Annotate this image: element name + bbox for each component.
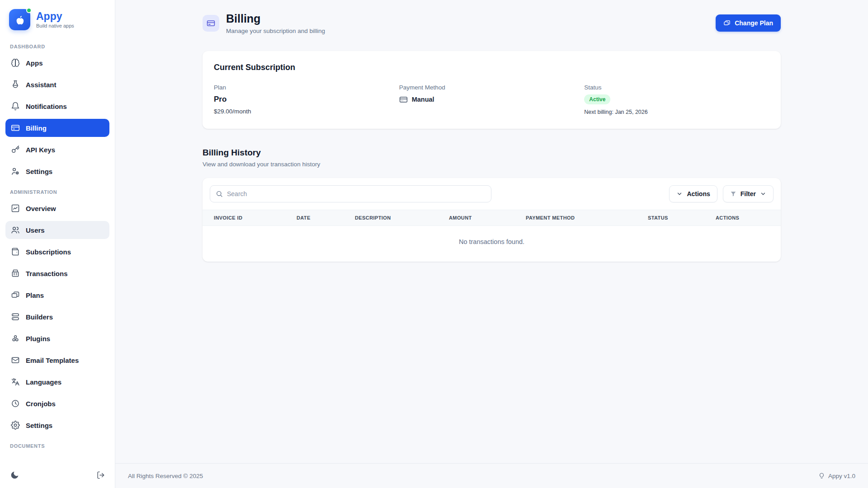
chevron-down-icon (760, 191, 766, 197)
sidebar-item-languages[interactable]: Languages (5, 373, 109, 391)
mail-icon (11, 356, 20, 365)
blocks-icon (11, 334, 20, 343)
sidebar-item-label: Transactions (26, 270, 68, 277)
sidebar-item-plugins[interactable]: Plugins (5, 329, 109, 347)
sidebar-item-label: API Keys (26, 146, 55, 154)
table-toolbar: Actions Filter (203, 178, 781, 210)
credit-card-icon (11, 123, 20, 132)
sidebar-item-plans[interactable]: Plans (5, 286, 109, 304)
column-header-date: DATE (297, 210, 355, 225)
dark-mode-toggle[interactable] (10, 470, 19, 480)
chevron-down-icon (676, 191, 683, 197)
sidebar-item-settings[interactable]: Settings (5, 416, 109, 434)
search-box[interactable] (210, 185, 491, 202)
page-header: Billing Manage your subscription and bil… (203, 12, 781, 34)
sidebar-item-settings[interactable]: Settings (5, 162, 109, 180)
sidebar-item-apps[interactable]: Apps (5, 54, 109, 72)
sidebar-item-billing[interactable]: Billing (5, 119, 109, 137)
sidebar-item-label: Builders (26, 313, 53, 321)
chart-icon (11, 204, 20, 213)
actions-button[interactable]: Actions (669, 185, 717, 202)
lightbulb-icon (818, 473, 825, 479)
search-input[interactable] (227, 190, 486, 197)
translate-icon (11, 377, 20, 386)
column-header-description: DESCRIPTION (355, 210, 449, 225)
cards-icon (11, 291, 20, 300)
plan-price: $29.00/month (214, 108, 399, 115)
page-subtitle: Manage your subscription and billing (226, 28, 325, 34)
billing-history-title: Billing History (203, 148, 781, 158)
brand-block[interactable]: Appy Build native apps (0, 0, 115, 33)
sidebar-item-assistant[interactable]: Assistant (5, 75, 109, 94)
sidebar-item-label: Plugins (26, 335, 50, 343)
sidebar-item-label: Notifications (26, 103, 67, 110)
footer-copyright: All Rights Reserved © 2025 (128, 473, 203, 479)
sidebar-item-label: Plans (26, 291, 44, 299)
credit-card-icon (207, 19, 215, 28)
sidebar-item-notifications[interactable]: Notifications (5, 97, 109, 115)
sidebar-item-subscriptions[interactable]: Subscriptions (5, 243, 109, 261)
sidebar-item-label: Cronjobs (26, 400, 56, 408)
key-icon (11, 145, 20, 154)
sidebar-item-users[interactable]: Users (5, 221, 109, 239)
sidebar-item-label: Settings (26, 168, 52, 175)
sidebar-item-label: Assistant (26, 81, 57, 89)
sidebar-item-label: Overview (26, 205, 56, 212)
plan-column: Plan Pro $29.00/month (214, 84, 399, 115)
gear-icon (11, 421, 20, 430)
next-billing-text: Next billing: Jan 25, 2026 (584, 109, 769, 115)
filter-funnel-icon (730, 191, 736, 197)
status-column: Status Active Next billing: Jan 25, 2026 (584, 84, 769, 115)
footer-version: Appy v1.0 (828, 473, 855, 479)
search-icon (216, 190, 223, 197)
brand-name: Appy (36, 11, 74, 22)
sidebar-footer (0, 465, 115, 488)
change-plan-button[interactable]: Change Plan (716, 14, 781, 32)
payment-method-label: Payment Method (399, 84, 585, 91)
apple-icon (14, 14, 26, 26)
brand-tagline: Build native apps (36, 23, 74, 28)
sidebar-item-api-keys[interactable]: API Keys (5, 141, 109, 159)
payment-method-column: Payment Method Manual (399, 84, 585, 115)
flask-icon (11, 80, 20, 89)
stack-icon (11, 312, 20, 321)
sidebar-item-label: Subscriptions (26, 248, 71, 256)
sidebar-item-label: Billing (26, 124, 47, 132)
sidebar-item-label: Languages (26, 378, 61, 386)
main-content: Billing Manage your subscription and bil… (115, 0, 868, 463)
filter-button[interactable]: Filter (723, 185, 774, 202)
logout-button[interactable] (96, 471, 105, 479)
sidebar-item-email-templates[interactable]: Email Templates (5, 351, 109, 369)
main-area: Billing Manage your subscription and bil… (115, 0, 868, 488)
plan-name: Pro (214, 95, 399, 104)
column-header-payment-method: PAYMENT METHOD (526, 210, 648, 225)
sidebar-item-transactions[interactable]: Transactions (5, 264, 109, 282)
column-header-actions: ACTIONS (716, 210, 781, 225)
column-header-status: STATUS (648, 210, 716, 225)
table-header-row: INVOICE IDDATEDESCRIPTIONAMOUNTPAYMENT M… (203, 210, 781, 225)
sidebar-nav: DASHBOARDAppsAssistantNotificationsBilli… (0, 33, 115, 465)
sidebar: Appy Build native apps DASHBOARDAppsAssi… (0, 0, 115, 488)
clock-icon (11, 399, 20, 408)
online-status-dot (26, 8, 32, 13)
sidebar-item-label: Email Templates (26, 357, 79, 364)
column-header-amount: AMOUNT (449, 210, 526, 225)
actions-label: Actions (687, 190, 710, 197)
brand-text: Appy Build native apps (36, 11, 74, 28)
sidebar-item-overview[interactable]: Overview (5, 199, 109, 217)
nav-section-label-documents: DOCUMENTS (10, 443, 105, 449)
logout-icon (96, 471, 105, 479)
status-label: Status (584, 84, 769, 91)
page-title: Billing (226, 12, 325, 25)
column-header-invoice-id: INVOICE ID (203, 210, 297, 225)
nav-section-label-administration: ADMINISTRATION (10, 189, 105, 195)
sidebar-item-label: Apps (26, 59, 43, 67)
sidebar-item-cronjobs[interactable]: Cronjobs (5, 394, 109, 413)
filter-label: Filter (741, 190, 756, 197)
plan-label: Plan (214, 84, 399, 91)
sidebar-item-builders[interactable]: Builders (5, 308, 109, 326)
sidebar-item-label: Settings (26, 422, 52, 429)
billing-page-icon-tile (203, 15, 219, 32)
change-plan-label: Change Plan (735, 19, 773, 27)
user-gear-icon (11, 167, 20, 176)
